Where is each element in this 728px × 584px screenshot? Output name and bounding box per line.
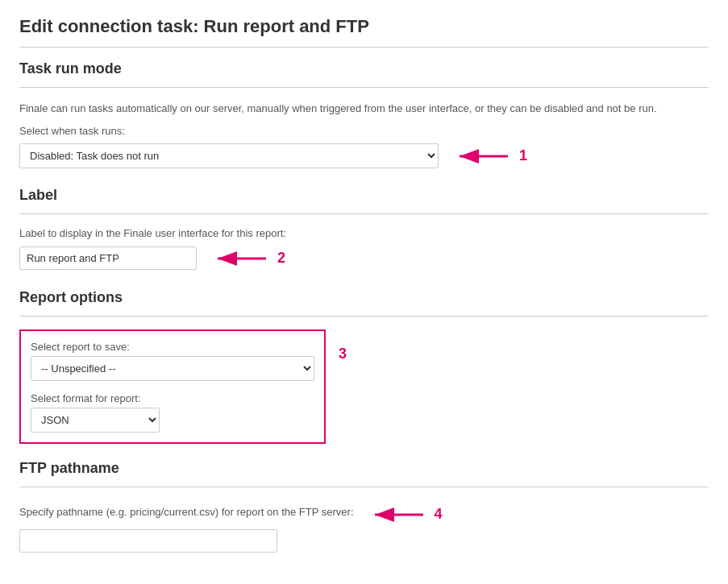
report-options-divider	[19, 316, 709, 317]
label-input-wrapper	[19, 246, 197, 270]
arrow-2-svg	[210, 244, 274, 273]
ftp-pathname-divider	[19, 487, 709, 487]
report-options-box: Select report to save: -- Unspecified --…	[19, 329, 326, 444]
ftp-pathname-input[interactable]	[19, 529, 277, 553]
report-select-wrapper: -- Unspecified -- Report A Report B	[31, 356, 314, 381]
format-select-label: Select format for report:	[31, 392, 314, 404]
annotation-number-1: 1	[519, 147, 527, 164]
task-run-mode-description: Finale can run tasks automatically on ou…	[19, 101, 709, 117]
task-run-select[interactable]: Disabled: Task does not run Automatic Ma…	[19, 143, 439, 168]
arrow-1-svg	[451, 142, 516, 171]
task-run-mode-section: Task run mode Finale can run tasks autom…	[19, 60, 709, 171]
label-section: Label Label to display in the Finale use…	[19, 187, 709, 273]
report-options-annotation-row: Select report to save: -- Unspecified --…	[19, 329, 709, 444]
ftp-pathname-title: FTP pathname	[19, 460, 709, 477]
ftp-annotation-row: Specify pathname (e.g. pricing/current.c…	[19, 500, 709, 529]
task-run-mode-divider	[19, 87, 709, 88]
ftp-input-wrapper	[19, 529, 277, 553]
page-title: Edit connection task: Run report and FTP	[19, 16, 709, 37]
label-section-title: Label	[19, 187, 709, 204]
label-divider	[19, 213, 709, 214]
title-divider	[19, 47, 709, 48]
report-select-label: Select report to save:	[31, 341, 314, 353]
annotation-number-4: 4	[435, 506, 443, 523]
task-run-mode-title: Task run mode	[19, 60, 709, 77]
report-options-section: Report options Select report to save: --…	[19, 289, 709, 444]
label-field-label: Label to display in the Finale user inte…	[19, 227, 709, 239]
label-input[interactable]	[19, 246, 197, 270]
annotation-number-3: 3	[339, 346, 347, 362]
annotation-number-2: 2	[277, 250, 285, 267]
label-row: 2	[19, 244, 709, 273]
report-select[interactable]: -- Unspecified -- Report A Report B	[31, 356, 314, 381]
annotation-2-arrow: 2	[210, 244, 285, 273]
ftp-pathname-section: FTP pathname Specify pathname (e.g. pric…	[19, 460, 709, 553]
ftp-field-label: Specify pathname (e.g. pricing/current.c…	[19, 506, 354, 518]
arrow-4-svg	[367, 500, 431, 529]
annotation-4-arrow: 4	[367, 500, 443, 529]
format-select-wrapper: JSON CSV Excel	[31, 408, 160, 433]
task-run-mode-row: Disabled: Task does not run Automatic Ma…	[19, 142, 709, 171]
task-run-select-wrapper: Disabled: Task does not run Automatic Ma…	[19, 143, 439, 168]
annotation-1-arrow: 1	[451, 142, 527, 171]
report-options-title: Report options	[19, 289, 709, 306]
format-select[interactable]: JSON CSV Excel	[31, 408, 160, 433]
task-run-mode-field-label: Select when task runs:	[19, 125, 709, 137]
